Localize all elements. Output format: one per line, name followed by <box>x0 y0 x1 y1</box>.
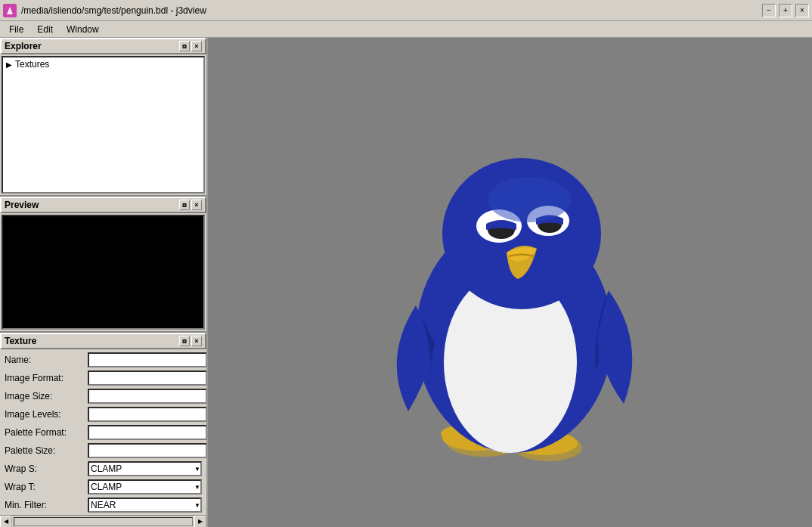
titlebar-title: /media/isliendo/smg/test/penguin.bdl - j… <box>21 5 206 16</box>
preview-content <box>2 215 205 330</box>
titlebar-controls: − + × <box>762 4 809 17</box>
svg-point-16 <box>488 177 571 222</box>
close-button[interactable]: × <box>795 4 809 17</box>
explorer-header: Explorer ⧈ × <box>0 38 206 54</box>
texture-close-button[interactable]: × <box>191 336 202 346</box>
titlebar-left: /media/isliendo/smg/test/penguin.bdl - j… <box>3 4 206 17</box>
field-input-image-size[interactable] <box>88 389 206 404</box>
menu-window[interactable]: Window <box>60 23 105 36</box>
close-icon: × <box>800 6 804 14</box>
explorer-float-button[interactable]: ⧈ <box>179 41 190 51</box>
field-row-palette-format: Palette Format: <box>2 425 205 440</box>
titlebar: /media/isliendo/smg/test/penguin.bdl - j… <box>0 0 812 21</box>
minimize-button[interactable]: − <box>762 4 776 17</box>
menu-file[interactable]: File <box>3 23 29 36</box>
field-label-image-size: Image Size: <box>5 391 88 401</box>
field-row-name: Name: <box>2 352 205 367</box>
field-select-wrap-t[interactable]: CLAMP REPEAT MIRROR <box>88 479 202 494</box>
texture-header-controls: ⧈ × <box>179 336 202 346</box>
field-row-image-format: Image Format: <box>2 370 205 386</box>
preview-float-button[interactable]: ⧈ <box>179 200 190 210</box>
texture-scrollbar: ◀ ▶ <box>0 515 206 527</box>
explorer-panel: Explorer ⧈ × ▶ Textures <box>0 38 206 197</box>
preview-panel: Preview ⧈ × <box>0 197 206 333</box>
main: Explorer ⧈ × ▶ Textures Preview ⧈ × <box>0 38 812 527</box>
field-row-min-filter: Min. Filter: NEAR LINEAR ▼ <box>2 498 205 513</box>
field-input-image-format[interactable] <box>88 370 206 386</box>
field-row-wrap-s: Wrap S: CLAMP REPEAT MIRROR ▼ <box>2 461 205 476</box>
field-label-wrap-t: Wrap T: <box>5 482 88 492</box>
field-select-wrap-s[interactable]: CLAMP REPEAT MIRROR <box>88 461 202 476</box>
texture-panel: Texture ⧈ × Name: Image Format: <box>0 333 206 527</box>
field-label-palette-size: Palette Size: <box>5 445 88 456</box>
field-label-min-filter: Min. Filter: <box>5 500 88 510</box>
preview-title: Preview <box>5 200 39 210</box>
wrap-s-wrapper: CLAMP REPEAT MIRROR ▼ <box>88 461 202 476</box>
field-label-name: Name: <box>5 355 88 365</box>
explorer-title: Explorer <box>5 41 42 51</box>
texture-header: Texture ⧈ × <box>0 333 206 349</box>
viewport[interactable] <box>208 38 812 527</box>
explorer-content[interactable]: ▶ Textures <box>2 56 205 194</box>
field-input-palette-size[interactable] <box>88 443 206 458</box>
left-panel: Explorer ⧈ × ▶ Textures Preview ⧈ × <box>0 38 208 527</box>
menu-edit[interactable]: Edit <box>31 23 59 36</box>
wrap-t-wrapper: CLAMP REPEAT MIRROR ▼ <box>88 479 202 494</box>
field-row-wrap-t: Wrap T: CLAMP REPEAT MIRROR ▼ <box>2 479 205 494</box>
field-label-palette-format: Palette Format: <box>5 427 88 438</box>
field-row-palette-size: Palette Size: <box>2 443 205 458</box>
explorer-header-controls: ⧈ × <box>179 41 202 51</box>
scrollbar-right-button[interactable]: ▶ <box>194 516 206 528</box>
field-input-palette-format[interactable] <box>88 425 206 440</box>
texture-title: Texture <box>5 336 36 346</box>
menubar: File Edit Window <box>0 21 812 38</box>
penguin-model <box>367 94 654 472</box>
explorer-close-button[interactable]: × <box>191 41 202 51</box>
field-select-min-filter[interactable]: NEAR LINEAR <box>88 498 202 513</box>
field-label-image-format: Image Format: <box>5 373 88 383</box>
tree-label-textures: Textures <box>15 59 49 70</box>
field-label-image-levels: Image Levels: <box>5 409 88 420</box>
maximize-icon: + <box>783 6 788 14</box>
minimize-icon: − <box>767 6 771 14</box>
maximize-button[interactable]: + <box>779 4 792 17</box>
preview-header-controls: ⧈ × <box>179 200 202 210</box>
field-input-image-levels[interactable] <box>88 407 206 422</box>
min-filter-wrapper: NEAR LINEAR ▼ <box>88 498 202 513</box>
penguin-area <box>208 38 812 527</box>
field-label-wrap-s: Wrap S: <box>5 463 88 474</box>
field-input-name[interactable] <box>88 352 206 367</box>
texture-float-button[interactable]: ⧈ <box>179 336 190 346</box>
scrollbar-left-button[interactable]: ◀ <box>0 516 12 528</box>
tree-item-textures[interactable]: ▶ Textures <box>3 57 203 71</box>
texture-content: Name: Image Format: Image Size: Image Le… <box>0 349 206 515</box>
preview-header: Preview ⧈ × <box>0 197 206 213</box>
scrollbar-track[interactable] <box>14 517 193 526</box>
field-row-image-levels: Image Levels: <box>2 407 205 422</box>
field-row-image-size: Image Size: <box>2 389 205 404</box>
preview-close-button[interactable]: × <box>191 200 202 210</box>
tree-arrow-textures: ▶ <box>6 60 12 69</box>
app-icon <box>3 4 17 17</box>
